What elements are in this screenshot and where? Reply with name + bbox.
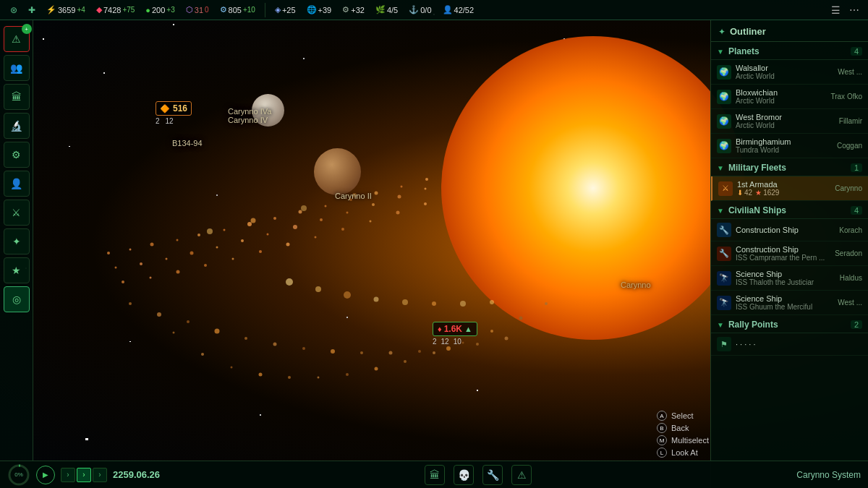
- rally-count: 2: [851, 320, 862, 329]
- fleet2-ships: 12: [441, 338, 449, 346]
- resource-food[interactable]: ● 200 +3: [141, 2, 179, 18]
- civilian-item-science-west[interactable]: 🔭 Science Ship ISS Ghuum the Merciful We…: [711, 291, 868, 315]
- action-alert-button[interactable]: ⚠: [511, 465, 532, 485]
- amenities-value: +32: [351, 6, 365, 14]
- military-icon: ⚔: [12, 207, 21, 218]
- resource-unity[interactable]: 🌐 +39: [302, 2, 336, 18]
- construction-korach-location: Korach: [839, 226, 862, 234]
- menu-dots-icon[interactable]: ⋯: [846, 4, 862, 16]
- influence-value: +25: [282, 6, 296, 14]
- planet-bloxwichian-info: Bloxwichian Arctic World: [736, 88, 826, 105]
- factions-icon: ★: [12, 265, 21, 276]
- sidebar-btn-factions[interactable]: ★: [4, 257, 30, 283]
- keyboard-hints: A Select B Back M Multiselect L Look At: [657, 411, 709, 458]
- sidebar-btn-population[interactable]: 👤: [4, 171, 30, 197]
- hint-select: Select: [671, 411, 694, 420]
- fleet1-indicator[interactable]: 🔶 516 2 12: [156, 101, 192, 125]
- speed-1-button[interactable]: ›: [61, 468, 75, 482]
- rally-1-icon: ⚑: [717, 337, 731, 351]
- technology-icon: ⚙: [12, 149, 21, 160]
- sidebar-btn-empire[interactable]: 🏛: [4, 84, 30, 110]
- consumer-goods-icon: ⬡: [186, 5, 193, 14]
- construction-seradon-name: Construction Ship: [736, 245, 830, 254]
- resource-stability[interactable]: 🌿 4/5: [371, 2, 402, 18]
- label-carynno-ii: Carynno II: [335, 192, 372, 200]
- civilian-item-construction-seradon[interactable]: 🔧 Construction Ship ISS Campramar the Pe…: [711, 241, 868, 266]
- speed-controls: › › ›: [61, 468, 107, 482]
- planet-carynno-ii[interactable]: [314, 148, 361, 195]
- pop-icon: 👤: [443, 5, 453, 14]
- fleet-item-1st-armada[interactable]: ⚔ 1st Armada ⬇42 ★1629 Carynno: [711, 176, 868, 201]
- civilian-count: 4: [851, 206, 862, 215]
- resource-naval-cap[interactable]: ⚓ 0/0: [404, 2, 435, 18]
- outliner-panel: ✦ Outliner ▼ Planets 4 🌍 Walsallor Arcti…: [710, 20, 868, 488]
- planet-item-west-bromor[interactable]: 🌍 West Bromor Arctic World Fillamir: [711, 109, 868, 134]
- resource-influence[interactable]: ◈ +25: [271, 2, 300, 18]
- resource-consumer-goods[interactable]: ⬡ 31 0: [182, 2, 213, 18]
- planet-westbromor-location: Fillamir: [839, 117, 862, 125]
- stability-value: 4/5: [387, 6, 398, 14]
- resource-minerals[interactable]: ◆ 7428 +75: [92, 2, 139, 18]
- sidebar-btn-special[interactable]: ✦: [4, 228, 30, 254]
- fleet2-indicator[interactable]: ♦ 1.6K ▲ 2 12 10: [433, 322, 477, 346]
- planet-bloxwichian-location: Trax Ofko: [830, 93, 862, 100]
- research-icon: 🔬: [10, 120, 22, 132]
- science-haldus-name: Science Ship: [736, 270, 835, 278]
- resource-alloys[interactable]: ⚙ 805 +10: [216, 2, 260, 18]
- resource-energy[interactable]: ⚡ 3659 +4: [42, 2, 90, 18]
- alloys-value: 805: [229, 6, 242, 14]
- sidebar-btn-map[interactable]: ◎: [4, 286, 30, 312]
- section-civilian-ships[interactable]: ▼ CiviliaN Ships 4: [711, 201, 868, 219]
- influence-icon: ◈: [275, 5, 281, 14]
- planet-walsallor-location: West ...: [838, 68, 862, 76]
- hint-lookat: Look At: [671, 448, 698, 457]
- sidebar-btn-technology[interactable]: ⚙: [4, 142, 30, 168]
- stability-icon: 🌿: [375, 5, 386, 14]
- rally-1-info: · · · · ·: [736, 340, 862, 348]
- construction-korach-name: Construction Ship: [736, 226, 835, 234]
- action-empire-button[interactable]: 🏛: [425, 465, 445, 485]
- game-icon[interactable]: ⊛: [6, 2, 22, 18]
- alert-badge: +: [22, 24, 32, 34]
- planet-walsallor-info: Walsallor Arctic World: [736, 64, 833, 80]
- planet-walsallor-name: Walsallor: [736, 64, 833, 72]
- science-haldus-info: Science Ship ISS Thaloth the Justiciar: [736, 270, 835, 286]
- resource-amenities[interactable]: ⚙ +32: [338, 2, 369, 18]
- planet-item-walsallor[interactable]: 🌍 Walsallor Arctic World West ...: [711, 60, 868, 85]
- sidebar-btn-research[interactable]: 🔬: [4, 113, 30, 139]
- planet-item-birminghamium[interactable]: 🌍 Birminghamium Tundra World Coggan: [711, 134, 868, 158]
- section-military-fleets[interactable]: ▼ Military Fleets 1: [711, 158, 868, 176]
- rally-item-1[interactable]: ⚑ · · · · ·: [711, 333, 868, 356]
- label-b134: B134-94: [172, 139, 203, 147]
- unity-value: +39: [318, 6, 332, 14]
- play-pause-button[interactable]: ▶: [36, 466, 55, 484]
- resource-pop[interactable]: 👤 42/52: [438, 2, 479, 18]
- sidebar-btn-leaders[interactable]: 👥: [4, 55, 30, 81]
- progress-ring: 0%: [7, 463, 30, 487]
- plus-icon[interactable]: ✚: [24, 2, 40, 18]
- planet-item-bloxwichian[interactable]: 🌍 Bloxwichian Arctic World Trax Ofko: [711, 85, 868, 109]
- sidebar-btn-alert[interactable]: ⚠ +: [4, 26, 30, 52]
- energy-delta: +4: [77, 6, 85, 14]
- rally-arrow-icon: ▼: [717, 321, 724, 329]
- speed-3-button[interactable]: ›: [93, 468, 107, 482]
- empire-icon: 🏛: [12, 91, 22, 103]
- civilian-item-construction-korach[interactable]: 🔧 Construction Ship Korach: [711, 219, 868, 241]
- outliner-header: ✦ Outliner: [711, 20, 868, 42]
- planet-westbromor-name: West Bromor: [736, 113, 835, 121]
- alert-icon: ⚠: [12, 33, 21, 45]
- map-icon: ◎: [12, 294, 21, 305]
- bottom-center-actions: 🏛 💀 🔧 ⚠: [425, 465, 532, 485]
- population-icon: 👤: [10, 178, 22, 189]
- civilian-section-title: CiviliaN Ships: [728, 205, 846, 215]
- planet-bloxwichian-name: Bloxwichian: [736, 88, 826, 97]
- science-west-icon: 🔭: [717, 296, 731, 310]
- action-build-button[interactable]: 🔧: [482, 465, 503, 485]
- sidebar-btn-military[interactable]: ⚔: [4, 200, 30, 226]
- section-planets[interactable]: ▼ Planets 4: [711, 42, 868, 60]
- section-rally-points[interactable]: ▼ Rally Points 2: [711, 315, 868, 333]
- civilian-item-science-haldus[interactable]: 🔭 Science Ship ISS Thaloth the Justiciar…: [711, 266, 868, 291]
- speed-2-button[interactable]: ›: [77, 468, 91, 482]
- action-warfare-button[interactable]: 💀: [454, 465, 474, 485]
- menu-lines-icon[interactable]: ☰: [828, 4, 843, 16]
